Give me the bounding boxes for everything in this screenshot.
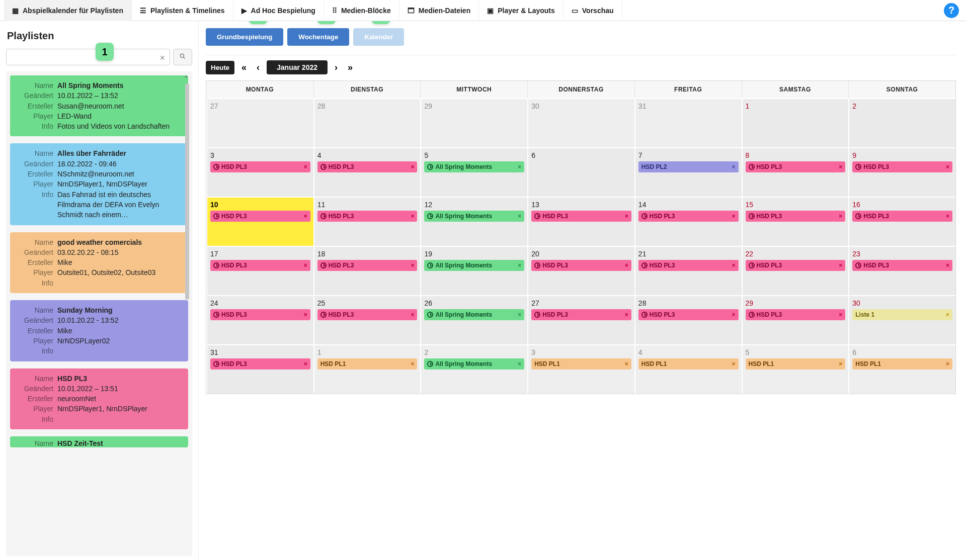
prev-fast-button[interactable]: « [238, 61, 250, 74]
calendar-cell[interactable]: 5All Spring Moments× [420, 147, 527, 197]
calendar-cell[interactable]: 16HSD PL3× [848, 197, 955, 246]
event-chip[interactable]: All Spring Moments× [424, 211, 524, 222]
remove-chip-button[interactable]: × [839, 213, 842, 220]
remove-chip-button[interactable]: × [411, 311, 414, 318]
calendar-cell[interactable]: 1HSD PL1× [313, 344, 421, 394]
remove-chip-button[interactable]: × [732, 311, 736, 318]
calendar-cell[interactable]: 29 [420, 98, 527, 147]
view-pill[interactable]: Kalender [353, 28, 404, 46]
event-chip[interactable]: HSD PL3× [746, 309, 846, 320]
remove-chip-button[interactable]: × [839, 163, 842, 170]
event-chip[interactable]: Liste 1× [852, 309, 952, 320]
view-pill[interactable]: Wochentage [287, 28, 349, 46]
event-chip[interactable]: HSD PL3× [210, 161, 310, 172]
calendar-cell[interactable]: 3HSD PL3× [206, 147, 313, 197]
calendar-cell[interactable]: 13HSD PL3× [527, 197, 634, 246]
event-chip[interactable]: HSD PL3× [746, 260, 846, 271]
calendar-cell[interactable]: 28 [313, 98, 421, 147]
calendar-cell[interactable]: 22HSD PL3× [742, 246, 849, 295]
event-chip[interactable]: HSD PL3× [210, 260, 310, 271]
remove-chip-button[interactable]: × [946, 311, 949, 318]
calendar-cell[interactable]: 31 [634, 98, 742, 147]
nav-tab[interactable]: ▭Vorschau [564, 0, 622, 21]
remove-chip-button[interactable]: × [946, 262, 949, 269]
prev-button[interactable]: ‹ [254, 61, 263, 74]
nav-tab[interactable]: ▶Ad Hoc Bespielung [233, 0, 324, 21]
calendar-cell[interactable]: 5HSD PL1× [742, 344, 849, 394]
event-chip[interactable]: HSD PL3× [317, 211, 418, 222]
event-chip[interactable]: HSD PL3× [210, 309, 310, 320]
remove-chip-button[interactable]: × [732, 163, 736, 170]
event-chip[interactable]: HSD PL3× [852, 260, 952, 271]
calendar-cell[interactable]: 11HSD PL3× [313, 197, 421, 246]
remove-chip-button[interactable]: × [304, 163, 307, 170]
remove-chip-button[interactable]: × [518, 163, 521, 170]
event-chip[interactable]: HSD PL3× [852, 161, 952, 172]
calendar-cell[interactable]: 4HSD PL1× [634, 344, 742, 394]
event-chip[interactable]: HSD PL1× [317, 358, 418, 369]
remove-chip-button[interactable]: × [411, 262, 414, 269]
event-chip[interactable]: HSD PL3× [210, 358, 310, 369]
event-chip[interactable]: HSD PL3× [317, 161, 418, 172]
remove-chip-button[interactable]: × [839, 311, 842, 318]
calendar-cell[interactable]: 2All Spring Moments× [420, 344, 527, 394]
remove-chip-button[interactable]: × [304, 311, 307, 318]
event-chip[interactable]: HSD PL2× [638, 161, 739, 172]
remove-chip-button[interactable]: × [304, 262, 307, 269]
remove-chip-button[interactable]: × [946, 163, 949, 170]
calendar-cell[interactable]: 19All Spring Moments× [420, 246, 527, 295]
calendar-cell[interactable]: 24HSD PL3× [206, 295, 313, 344]
calendar-cell[interactable]: 15HSD PL3× [742, 197, 849, 246]
calendar-cell[interactable]: 14HSD PL3× [634, 197, 742, 246]
calendar-cell[interactable]: 21HSD PL3× [634, 246, 742, 295]
calendar-cell[interactable]: 18HSD PL3× [313, 246, 421, 295]
calendar-cell[interactable]: 1 [742, 98, 849, 147]
remove-chip-button[interactable]: × [411, 360, 414, 367]
calendar-cell[interactable]: 29HSD PL3× [742, 295, 849, 344]
event-chip[interactable]: HSD PL3× [852, 211, 952, 222]
calendar-cell[interactable]: 7HSD PL2× [634, 147, 742, 197]
calendar-cell[interactable]: 30Liste 1× [848, 295, 955, 344]
remove-chip-button[interactable]: × [732, 360, 736, 367]
remove-chip-button[interactable]: × [625, 213, 628, 220]
scrollbar-thumb[interactable] [185, 83, 189, 300]
nav-tab[interactable]: ▣Player & Layouts [479, 0, 564, 21]
next-fast-button[interactable]: » [345, 61, 356, 74]
event-chip[interactable]: All Spring Moments× [424, 260, 524, 271]
nav-tab[interactable]: ▦Abspielkalender für Playlisten [4, 0, 132, 21]
calendar-cell[interactable]: 12All Spring Moments× [420, 197, 527, 246]
calendar-cell[interactable]: 2 [848, 98, 955, 147]
event-chip[interactable]: HSD PL3× [317, 260, 418, 271]
playlist-card[interactable]: NameAlles über FahrräderGeändert18.02.20… [10, 143, 188, 225]
remove-chip-button[interactable]: × [518, 311, 521, 318]
remove-chip-button[interactable]: × [625, 311, 628, 318]
today-button[interactable]: Heute [206, 61, 234, 74]
event-chip[interactable]: HSD PL1× [746, 358, 846, 369]
scroll-up-icon[interactable]: ⌃ [183, 74, 189, 82]
remove-chip-button[interactable]: × [732, 262, 736, 269]
event-chip[interactable]: HSD PL3× [531, 211, 631, 222]
calendar-cell[interactable]: 28HSD PL3× [634, 295, 742, 344]
calendar-cell[interactable]: 20HSD PL3× [527, 246, 634, 295]
playlist-card[interactable]: NameHSD PL3Geändert10.01.2022 – 13:51Ers… [10, 368, 188, 429]
playlist-card[interactable]: NameSunday MorningGeändert10.01.20.22 - … [10, 300, 188, 361]
event-chip[interactable]: HSD PL1× [531, 358, 631, 369]
remove-chip-button[interactable]: × [304, 360, 307, 367]
calendar-cell[interactable]: 30 [527, 98, 634, 147]
playlist-card[interactable]: NameHSD Zeit-Test [10, 436, 188, 447]
event-chip[interactable]: HSD PL3× [210, 211, 310, 222]
calendar-cell[interactable]: 25HSD PL3× [313, 295, 421, 344]
calendar-cell[interactable]: 6 [527, 147, 634, 197]
calendar-cell[interactable]: 26All Spring Moments× [420, 295, 527, 344]
remove-chip-button[interactable]: × [518, 262, 521, 269]
remove-chip-button[interactable]: × [304, 213, 307, 220]
remove-chip-button[interactable]: × [518, 213, 521, 220]
help-button[interactable]: ? [944, 3, 959, 18]
calendar-cell[interactable]: 27HSD PL3× [527, 295, 634, 344]
calendar-cell[interactable]: 31HSD PL3× [206, 344, 313, 394]
event-chip[interactable]: HSD PL3× [638, 309, 739, 320]
nav-tab[interactable]: ⠿Medien-Blöcke [324, 0, 399, 21]
event-chip[interactable]: All Spring Moments× [424, 358, 524, 369]
remove-chip-button[interactable]: × [732, 213, 736, 220]
playlist-card[interactable]: Namegood weather comercialsGeändert03.02… [10, 232, 188, 293]
